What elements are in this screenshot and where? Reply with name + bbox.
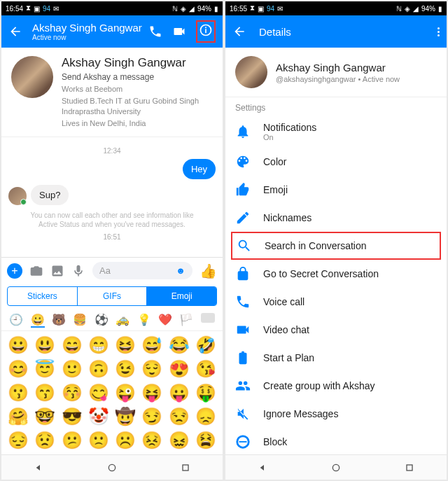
emoji-cell[interactable]: 😕 bbox=[59, 429, 85, 452]
message-in[interactable]: Sup? bbox=[31, 185, 69, 205]
emoji-cell[interactable]: 😏 bbox=[139, 405, 164, 428]
emoji-cat[interactable]: 🐻 bbox=[52, 313, 66, 328]
emoji-cell[interactable]: 🤠 bbox=[113, 405, 138, 428]
details-profile[interactable]: Akshay Singh Gangwar @akshaysinghgangwar… bbox=[225, 48, 447, 97]
emoji-cat[interactable]: 🍔 bbox=[73, 313, 87, 328]
nav-back-icon[interactable] bbox=[33, 462, 44, 473]
add-button[interactable]: + bbox=[7, 263, 22, 279]
tab-gifs[interactable]: GIFs bbox=[77, 287, 148, 305]
emoji-toggle-icon[interactable]: ☻ bbox=[176, 265, 186, 276]
bell-icon bbox=[235, 124, 251, 139]
settings-row-video[interactable]: Video chat bbox=[225, 316, 447, 344]
emoji-cell[interactable]: 😍 bbox=[167, 358, 192, 380]
camera-icon[interactable] bbox=[29, 264, 43, 278]
emoji-cat[interactable]: ❤️ bbox=[158, 313, 172, 328]
info-icon[interactable] bbox=[199, 23, 213, 37]
svg-point-2 bbox=[205, 27, 206, 28]
backspace-icon[interactable] bbox=[201, 313, 215, 323]
tab-emoji[interactable]: Emoji bbox=[147, 287, 216, 305]
back-icon[interactable] bbox=[232, 25, 246, 39]
emoji-cell[interactable]: 😂 bbox=[167, 334, 192, 356]
emoji-cell[interactable]: 😊 bbox=[6, 358, 31, 380]
battery-icon: ▮ bbox=[214, 5, 218, 13]
emoji-cell[interactable]: 🙂 bbox=[59, 358, 85, 380]
message-out[interactable]: Hey bbox=[183, 159, 216, 179]
emoji-cell[interactable]: 😘 bbox=[193, 358, 218, 380]
settings-row-clipboard[interactable]: Start a Plan bbox=[225, 344, 447, 372]
settings-row-bell[interactable]: NotificationsOn bbox=[225, 116, 447, 148]
settings-list[interactable]: Settings NotificationsOnColorEmojiNickna… bbox=[225, 97, 447, 454]
nav-recent-icon[interactable] bbox=[180, 462, 191, 473]
profile-lives: Lives in New Delhi, India bbox=[62, 118, 213, 128]
emoji-cell[interactable]: 😔 bbox=[6, 429, 31, 452]
emoji-cell[interactable]: 😀 bbox=[6, 334, 31, 356]
emoji-cell[interactable]: 😉 bbox=[113, 358, 138, 380]
emoji-cell[interactable]: 😛 bbox=[167, 382, 192, 404]
emoji-cell[interactable]: 😗 bbox=[6, 382, 31, 404]
emoji-cell[interactable]: 😚 bbox=[59, 382, 85, 404]
emoji-cat[interactable]: 💡 bbox=[137, 313, 151, 328]
back-icon[interactable] bbox=[8, 25, 22, 39]
emoji-cell[interactable]: 😟 bbox=[32, 429, 57, 452]
settings-row-phone[interactable]: Voice call bbox=[225, 288, 447, 316]
emoji-cell[interactable]: 😙 bbox=[32, 382, 57, 404]
emoji-cell[interactable]: 😋 bbox=[86, 382, 111, 404]
like-icon[interactable]: 👍 bbox=[200, 263, 217, 279]
video-icon[interactable] bbox=[172, 25, 186, 39]
nav-home-icon[interactable] bbox=[330, 462, 342, 473]
emoji-cell[interactable]: 😣 bbox=[139, 429, 164, 452]
emoji-cat[interactable]: 😀 bbox=[31, 313, 45, 328]
emoji-cell[interactable]: 🤓 bbox=[32, 405, 57, 428]
tab-stickers[interactable]: Stickers bbox=[8, 287, 77, 305]
nav-recent-icon[interactable] bbox=[404, 462, 415, 473]
info-highlight bbox=[196, 20, 216, 43]
emoji-cell[interactable]: 🙃 bbox=[86, 358, 111, 380]
emoji-cell[interactable]: ☹️ bbox=[113, 429, 138, 452]
settings-row-mute[interactable]: Ignore Messages bbox=[225, 400, 447, 428]
emoji-cat[interactable]: ⚽ bbox=[94, 313, 108, 328]
emoji-cell[interactable]: 😇 bbox=[32, 358, 57, 380]
emoji-categories: 🕘😀🐻🍔⚽🚕💡❤️🏳️ bbox=[1, 310, 223, 331]
emoji-cell[interactable]: 🤡 bbox=[86, 405, 111, 428]
emoji-cell[interactable]: 🤣 bbox=[193, 334, 218, 356]
emoji-cell[interactable]: 😞 bbox=[193, 405, 218, 428]
emoji-cell[interactable]: 😒 bbox=[167, 405, 192, 428]
profile-card[interactable]: Akshay Singh Gangwar Send Akshay a messa… bbox=[1, 48, 223, 137]
nfc-icon: ℕ bbox=[396, 5, 402, 13]
emoji-cell[interactable]: 😃 bbox=[32, 334, 57, 356]
settings-row-pencil[interactable]: Nicknames bbox=[225, 204, 447, 232]
phone-icon[interactable] bbox=[148, 25, 162, 39]
settings-row-lock[interactable]: Go to Secret Conversation bbox=[225, 260, 447, 288]
nav-back-icon[interactable] bbox=[257, 462, 268, 473]
settings-row-search[interactable]: Search in Conversation bbox=[231, 232, 441, 260]
emoji-cat[interactable]: 🕘 bbox=[9, 313, 23, 328]
emoji-cell[interactable]: 😅 bbox=[139, 334, 164, 356]
message-input[interactable]: Aa ☻ bbox=[92, 262, 192, 279]
emoji-cell[interactable]: 😜 bbox=[113, 382, 138, 404]
gallery-icon[interactable] bbox=[50, 264, 64, 278]
settings-row-group[interactable]: Create group with Akshay bbox=[225, 372, 447, 400]
nav-home-icon[interactable] bbox=[106, 462, 118, 473]
emoji-cell[interactable]: 😄 bbox=[59, 334, 85, 356]
emoji-cell[interactable]: 😌 bbox=[139, 358, 164, 380]
mic-icon[interactable] bbox=[71, 264, 85, 278]
emoji-cell[interactable]: 😁 bbox=[86, 334, 111, 356]
settings-row-block[interactable]: Block bbox=[225, 428, 447, 454]
overflow-icon[interactable] bbox=[438, 27, 440, 36]
emoji-cell[interactable]: 😖 bbox=[167, 429, 192, 452]
emoji-cat[interactable]: 🚕 bbox=[115, 313, 130, 328]
emoji-cell[interactable]: 🤗 bbox=[6, 405, 31, 428]
emoji-cell[interactable]: 😫 bbox=[193, 429, 218, 452]
emoji-cell[interactable]: 🙁 bbox=[86, 429, 111, 452]
settings-row-thumb[interactable]: Emoji bbox=[225, 176, 447, 204]
header-title[interactable]: Akshay Singh Gangwar bbox=[32, 22, 142, 34]
row-label: Nicknames bbox=[263, 212, 312, 223]
emoji-cell[interactable]: 😎 bbox=[59, 405, 85, 428]
emoji-cat[interactable]: 🏳️ bbox=[179, 313, 193, 328]
emoji-cell[interactable]: 😆 bbox=[113, 334, 138, 356]
emoji-cell[interactable]: 🤑 bbox=[193, 382, 218, 404]
emoji-cell[interactable]: 😝 bbox=[139, 382, 164, 404]
svg-point-3 bbox=[108, 464, 115, 470]
settings-row-palette[interactable]: Color bbox=[225, 148, 447, 176]
image-icon: ▣ bbox=[258, 5, 264, 13]
